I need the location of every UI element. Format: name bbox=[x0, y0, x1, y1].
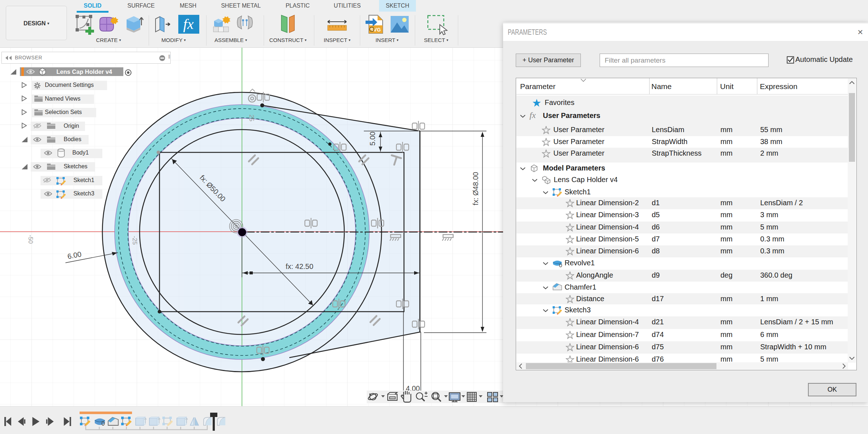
svg-text:-50: -50 bbox=[27, 235, 34, 244]
svg-text:5.00: 5.00 bbox=[369, 132, 376, 146]
svg-text:-25: -25 bbox=[131, 236, 138, 245]
svg-text:25: 25 bbox=[248, 115, 255, 122]
svg-text:fx: fx bbox=[183, 16, 194, 32]
svg-text:fx: Ø48.00: fx: Ø48.00 bbox=[472, 172, 480, 205]
svg-text:fx: 42.50: fx: 42.50 bbox=[286, 262, 314, 270]
